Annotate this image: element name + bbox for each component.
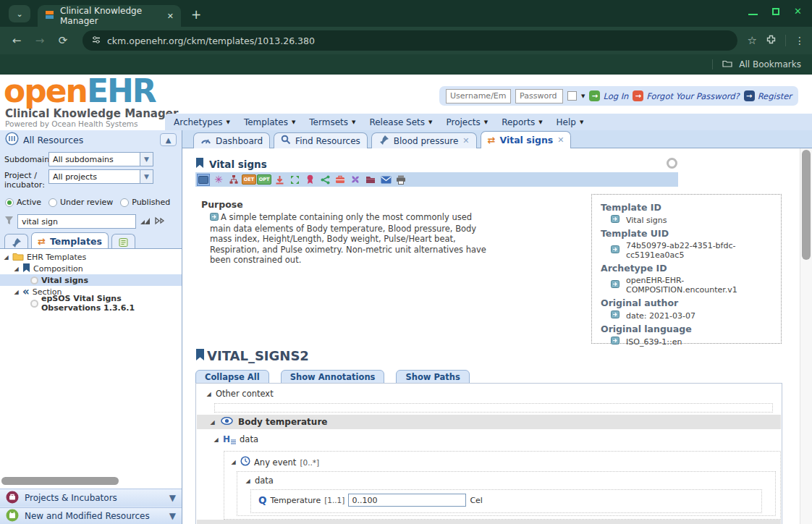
tree-item-ehr-templates[interactable]: ◢ EHR Templates — [0, 251, 182, 263]
tab-dashboard[interactable]: Dashboard — [193, 132, 270, 148]
nav-release-sets[interactable]: Release Sets▼ — [369, 117, 432, 127]
expander-icon[interactable]: ◢ — [3, 254, 9, 261]
hierarchy-icon[interactable] — [227, 174, 240, 186]
tab-blood-pressure[interactable]: Blood pressure ✕ — [371, 132, 477, 148]
resource-search-input[interactable] — [17, 214, 136, 229]
back-button[interactable]: ← — [7, 34, 26, 47]
remember-me-checkbox[interactable] — [567, 91, 577, 101]
nav-termsets[interactable]: Termsets▼ — [309, 117, 355, 127]
browser-menu-icon[interactable]: ⋮ — [795, 35, 805, 46]
nav-help[interactable]: Help▼ — [557, 117, 584, 127]
view-mode-icon[interactable] — [197, 174, 210, 186]
tree-item-vital-signs[interactable]: Vital signs — [0, 274, 182, 286]
window-close-button[interactable]: ✕ — [794, 7, 802, 16]
expander-icon[interactable]: ◢ — [13, 289, 20, 295]
site-info-icon[interactable] — [92, 35, 101, 46]
radio-under-review[interactable]: Under review — [48, 198, 113, 207]
certification-ribbon-icon[interactable] — [303, 174, 316, 186]
chevron-down-icon: ▼ — [169, 493, 176, 503]
folder-icon[interactable] — [364, 174, 377, 186]
extensions-icon[interactable] — [766, 34, 777, 47]
data-node[interactable]: ◢ H data — [213, 434, 258, 444]
tab-vital-signs[interactable]: ⇄ Vital signs ✕ — [481, 131, 572, 148]
forgot-password-link[interactable]: →Forgot Your Password? — [633, 90, 739, 101]
show-annotations-button[interactable]: Show Annotations — [281, 370, 385, 384]
expander-icon[interactable]: ◢ — [209, 419, 216, 426]
tree-item-epsos[interactable]: epSOS Vital Signs Observations 1.3.6.1 — [0, 297, 182, 309]
close-icon[interactable]: ✕ — [462, 136, 469, 145]
log-in-button[interactable]: →Log In — [589, 90, 628, 101]
temperature-range-input[interactable] — [348, 494, 466, 507]
opt-export-icon[interactable]: OPT — [258, 174, 271, 186]
tree-item-composition[interactable]: ◢ Composition — [0, 263, 182, 274]
reload-button[interactable]: ⟳ — [54, 34, 72, 47]
nav-reports[interactable]: Reports▼ — [502, 117, 542, 127]
address-bar[interactable]: ckm.openehr.org/ckm/templates/1013.26.38… — [83, 30, 737, 51]
window-maximize-button[interactable] — [772, 8, 779, 15]
expander-icon[interactable]: ◢ — [230, 459, 237, 465]
project-select[interactable]: All projects▼ — [48, 169, 153, 184]
new-tab-button[interactable]: + — [191, 7, 201, 22]
username-field[interactable] — [446, 89, 511, 103]
forward-button[interactable]: → — [30, 34, 49, 47]
purpose-heading: Purpose — [201, 199, 243, 210]
temperature-label: Temperature — [270, 496, 321, 505]
openehr-logo[interactable]: openEHR — [4, 75, 156, 108]
archive-icon[interactable] — [334, 174, 347, 186]
register-link[interactable]: →Register — [744, 90, 792, 101]
radio-active[interactable]: Active — [5, 198, 41, 207]
password-field[interactable] — [515, 89, 563, 103]
share-icon[interactable] — [318, 174, 331, 186]
cardinality-label: [1..1] — [324, 496, 344, 504]
sidebar-tab-archetypes[interactable] — [4, 234, 28, 250]
download-icon[interactable] — [273, 174, 286, 186]
sidebar-horizontal-scrollbar[interactable] — [1, 477, 119, 485]
apply-filter-icon[interactable] — [140, 216, 151, 227]
email-icon[interactable] — [379, 174, 392, 186]
oet-export-icon[interactable]: OET — [242, 174, 255, 186]
collapse-all-button[interactable]: Collapse All — [195, 370, 269, 384]
other-context-node[interactable]: ◢ Other context — [206, 389, 274, 399]
sidebar-collapse-button[interactable]: ▲ — [160, 133, 177, 146]
browser-tab[interactable]: Clinical Knowledge Manager ✕ — [38, 5, 181, 27]
login-options-caret-icon[interactable]: ▼ — [581, 93, 585, 99]
tab-search-button[interactable]: ⌄ — [9, 5, 30, 22]
content-scrollbar[interactable] — [800, 148, 812, 524]
print-icon[interactable] — [394, 174, 407, 186]
all-bookmarks-label[interactable]: All Bookmarks — [739, 59, 801, 69]
tab-close-icon[interactable]: ✕ — [167, 12, 174, 21]
scrollbar-thumb[interactable] — [802, 150, 811, 260]
body-temperature-node[interactable]: ◢ Body temperature — [197, 415, 781, 429]
purpose-text: A simple template containing only the mo… — [210, 212, 486, 266]
any-event-node[interactable]: ◢ Any event [0..*] — [230, 456, 319, 468]
nav-archetypes[interactable]: Archetypes▼ — [174, 117, 230, 127]
step-filter-icon[interactable] — [154, 216, 166, 227]
close-icon[interactable]: ✕ — [557, 135, 564, 145]
compact-view-icon[interactable] — [288, 174, 301, 186]
sidebar-tab-termsets[interactable] — [111, 234, 135, 250]
projects-incubators-panel[interactable]: Projects & Incubators ▼ — [0, 489, 182, 507]
expander-icon[interactable]: ◢ — [13, 266, 20, 272]
project-label: Project / incubator: — [4, 171, 46, 190]
eye-icon[interactable] — [221, 417, 233, 427]
expander-icon[interactable]: ◢ — [213, 436, 219, 443]
subdomain-label: Subdomain: — [4, 155, 52, 164]
expander-icon[interactable]: ◢ — [245, 478, 251, 484]
window-minimize-button[interactable] — [748, 14, 758, 15]
expander-icon[interactable]: ◢ — [206, 391, 212, 397]
mindmap-icon[interactable]: ✳ — [212, 174, 225, 186]
sidebar-title: All Resources — [23, 135, 83, 145]
tab-find-resources[interactable]: Find Resources — [274, 132, 368, 148]
nav-projects[interactable]: Projects▼ — [446, 117, 488, 127]
data-node[interactable]: ◢ data — [245, 476, 274, 486]
radio-published[interactable]: Published — [120, 198, 170, 207]
nav-templates[interactable]: Templates▼ — [244, 117, 295, 127]
chevron-down-icon: ▼ — [169, 511, 176, 521]
empty-slot-row — [214, 403, 773, 413]
sidebar-tab-templates[interactable]: ⇄Templates — [31, 232, 109, 250]
new-modified-panel[interactable]: New and Modified Resources ▼ — [0, 507, 182, 524]
subdomain-select[interactable]: All subdomains▼ — [48, 152, 153, 166]
bookmark-star-icon[interactable]: ☆ — [748, 34, 757, 47]
refresh-spiral-icon[interactable] — [349, 174, 362, 186]
show-paths-button[interactable]: Show Paths — [396, 370, 469, 384]
